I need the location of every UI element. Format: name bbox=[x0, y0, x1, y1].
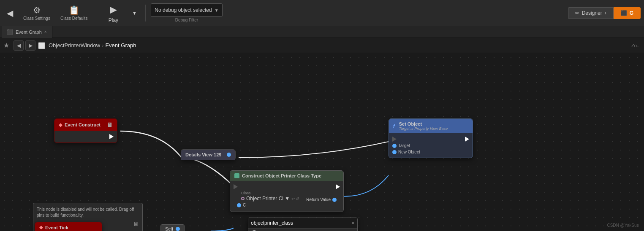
new-object-row: New Object bbox=[389, 149, 473, 155]
class-settings-label: Class Settings bbox=[23, 16, 50, 21]
designer-tab-button[interactable]: ✏ Designer › bbox=[568, 7, 614, 19]
play-button[interactable]: ▶ Play bbox=[101, 1, 125, 25]
class-pin bbox=[241, 197, 245, 200]
search-input[interactable] bbox=[251, 220, 351, 226]
reset-icon-1[interactable]: ↩ bbox=[291, 196, 295, 201]
details-view-title: Details View 129 bbox=[185, 152, 221, 157]
class-label: Class bbox=[234, 191, 302, 195]
toolbar-separator-2 bbox=[145, 5, 146, 21]
back-icon: ◀ bbox=[7, 8, 13, 18]
canvas-area[interactable]: ◆ Event Construct 🖥 This node is disable… bbox=[0, 53, 644, 231]
graph-icon: ⬛ bbox=[621, 10, 627, 16]
construct-exec-out-arrow bbox=[336, 184, 340, 189]
play-label: Play bbox=[109, 17, 118, 23]
construct-object-header: Construct Object Printer Class Type bbox=[230, 171, 343, 181]
set-object-subtitle: Target is Property View Base bbox=[399, 126, 448, 131]
exec-out-arrow-icon bbox=[109, 134, 114, 139]
construct-return-row: Return Value bbox=[303, 196, 340, 203]
search-clear-button[interactable]: × bbox=[351, 220, 355, 226]
construct-c-row: C bbox=[234, 202, 302, 208]
construct-icon bbox=[234, 173, 239, 178]
designer-graph-tabs: ✏ Designer › ⬛ G bbox=[568, 7, 641, 19]
watermark: CSDN @YakSue bbox=[607, 223, 639, 228]
return-value-label: Return Value bbox=[306, 197, 331, 202]
event-construct-screen-icon: 🖥 bbox=[107, 121, 113, 128]
construct-exec-out bbox=[336, 184, 340, 189]
event-graph-tab[interactable]: ⬛ Event Graph × bbox=[2, 26, 52, 38]
details-view-header: Details View 129 bbox=[181, 150, 235, 160]
play-icon: ▶ bbox=[106, 3, 120, 16]
dropdown-arrow-icon: ▼ bbox=[132, 10, 137, 16]
reset-icon-2[interactable]: ↺ bbox=[296, 196, 299, 201]
construct-object-body: Class Object Printer Cl ▼ ↩ ↺ C bbox=[230, 181, 343, 212]
return-value-pin bbox=[332, 198, 337, 202]
play-dropdown-button[interactable]: ▼ bbox=[128, 8, 140, 18]
construct-exec-in bbox=[234, 184, 238, 189]
target-pin bbox=[392, 144, 397, 148]
set-object-body: Target New Object bbox=[389, 133, 473, 158]
search-dropdown: × None ObjectPrinter_ClassType 2 items 👁… bbox=[248, 218, 358, 231]
breadcrumb-current: Event Graph bbox=[105, 42, 136, 48]
class-defaults-button[interactable]: 📋 Class Defaults bbox=[57, 3, 91, 22]
tab-label: Event Graph bbox=[16, 30, 42, 35]
breadcrumb-nav: ◀ ▶ bbox=[14, 40, 35, 51]
c-label: C bbox=[243, 203, 246, 207]
construct-exec-in-arrow bbox=[234, 184, 238, 189]
construct-title: Construct Object Printer Class Type bbox=[242, 173, 321, 178]
self-node: Self bbox=[160, 224, 185, 231]
event-construct-header: ◆ Event Construct 🖥 bbox=[54, 119, 117, 131]
new-object-label: New Object bbox=[398, 150, 420, 154]
breadcrumb-grid-icon: ⬜ bbox=[38, 42, 45, 49]
class-defaults-icon: 📋 bbox=[69, 5, 79, 15]
event-construct-exec-out bbox=[54, 133, 117, 140]
target-label: Target bbox=[398, 143, 410, 148]
class-sub-label: Object Printer Cl ▼ bbox=[246, 196, 290, 201]
set-object-title: Set Object bbox=[399, 121, 448, 126]
debug-filter-label: Debug Filter bbox=[175, 18, 198, 22]
details-view-node: Details View 129 bbox=[181, 149, 236, 160]
event-construct-title: Event Construct bbox=[65, 122, 101, 127]
zoom-label: Zo... bbox=[631, 43, 641, 48]
tab-graph-icon: ⬛ bbox=[7, 29, 13, 35]
toolbar-separator-1 bbox=[96, 5, 96, 21]
dropdown-item-none[interactable]: None bbox=[248, 228, 357, 231]
construct-left-pins: Class Object Printer Cl ▼ ↩ ↺ C bbox=[234, 191, 302, 208]
star-button[interactable]: ★ bbox=[3, 41, 9, 49]
toolbar: ◀ ⚙ Class Settings 📋 Class Defaults ▶ Pl… bbox=[0, 0, 644, 26]
designer-chevron-icon: › bbox=[605, 10, 606, 16]
reset-icons: ↩ ↺ bbox=[291, 196, 299, 201]
set-object-title-group: Set Object Target is Property View Base bbox=[399, 121, 448, 131]
breadcrumb-separator: › bbox=[102, 42, 103, 48]
tab-bar: ⬛ Event Graph × bbox=[0, 26, 644, 38]
event-construct-node: ◆ Event Construct 🖥 bbox=[54, 118, 117, 143]
breadcrumb-bar: ★ ◀ ▶ ⬜ ObjectPrinterWindow › Event Grap… bbox=[0, 38, 644, 53]
class-settings-button[interactable]: ⚙ Class Settings bbox=[20, 3, 54, 22]
debug-object-text: No debug object selected bbox=[155, 7, 212, 13]
event-construct-diamond-icon: ◆ bbox=[59, 122, 62, 128]
set-object-node: f Set Object Target is Property View Bas… bbox=[389, 118, 473, 158]
set-object-exec-out-arrow bbox=[465, 137, 469, 142]
tab-close-button[interactable]: × bbox=[44, 30, 47, 34]
graph-tab-button[interactable]: ⬛ G bbox=[614, 7, 641, 19]
watermark-text: CSDN @YakSue bbox=[607, 223, 639, 228]
set-object-func-icon: f bbox=[393, 124, 395, 129]
event-construct-body bbox=[54, 131, 117, 142]
event-tick-node: ◆ Event Tick My Geometry In Delta Time bbox=[35, 222, 102, 231]
c-pin bbox=[237, 203, 241, 207]
new-object-pin bbox=[392, 150, 397, 154]
designer-pencil-icon: ✏ bbox=[575, 10, 579, 16]
breadcrumb-window[interactable]: ObjectPrinterWindow bbox=[49, 42, 100, 48]
self-label: Self bbox=[165, 226, 173, 231]
class-sub-row: Object Printer Cl ▼ ↩ ↺ bbox=[234, 195, 302, 202]
debug-object-dropdown[interactable]: No debug object selected ▼ bbox=[151, 3, 222, 17]
nav-forward-button[interactable]: ▶ bbox=[25, 40, 35, 51]
details-view-out-pin bbox=[227, 153, 231, 157]
back-button[interactable]: ◀ bbox=[3, 6, 16, 20]
disabled-screen-icon: 🖥 bbox=[133, 220, 139, 228]
search-input-row: × bbox=[248, 218, 357, 228]
set-object-exec-in-arrow bbox=[392, 137, 397, 142]
set-object-header: f Set Object Target is Property View Bas… bbox=[389, 119, 473, 133]
nav-back-button[interactable]: ◀ bbox=[14, 40, 24, 51]
graph-label: G bbox=[630, 10, 633, 16]
breadcrumb: ⬜ ObjectPrinterWindow › Event Graph bbox=[38, 42, 136, 49]
